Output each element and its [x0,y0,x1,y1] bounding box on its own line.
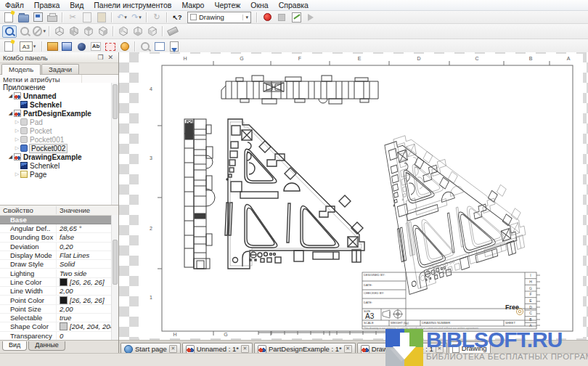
chevron-down-icon[interactable]: ▾ [33,44,36,49]
insert-view-button[interactable] [46,41,59,52]
fit-all-button[interactable] [2,25,17,38]
macro-debug-button[interactable] [304,12,317,23]
property-row[interactable]: Line Width2,00 [0,287,118,296]
expander-icon[interactable]: ◢ [7,110,14,116]
new-a3-page-button[interactable]: A3▾ [17,41,38,52]
top-view-button[interactable] [82,26,95,37]
menu-drawing[interactable]: Чертеж [209,1,245,9]
tree-item-application[interactable]: Приложение [0,83,118,92]
export-page-button[interactable] [168,41,181,52]
redo-dropdown-icon[interactable]: ▾ [139,15,142,20]
float-panel-icon[interactable]: ❐ [95,54,105,61]
tree-item-unnamed[interactable]: ◢Unnamed [0,92,118,100]
property-row[interactable]: Deviation0,20 [0,243,118,251]
tab-tasks[interactable]: Задачи [41,64,79,74]
axonometric-view-button[interactable] [53,26,66,37]
tab-view[interactable]: Вид [2,341,27,351]
property-row[interactable]: Bounding Boxfalse [0,233,118,242]
symbol-button[interactable] [118,41,131,52]
new-view-button[interactable] [60,41,73,52]
expander-icon[interactable]: ◢ [7,93,14,99]
expander-icon[interactable]: ▷ [14,145,20,151]
property-group-base[interactable]: Base [0,216,118,224]
a3-drawing-page[interactable]: H G F E D C B A H G 4 3 2 1 [139,54,583,338]
chevron-down-icon[interactable]: ▾ [43,28,46,34]
close-icon[interactable]: ✕ [169,345,177,353]
tree-item-partdesignexample[interactable]: ◢PartDesignExample [0,109,118,118]
tree-item-page[interactable]: ▷Page [0,170,118,179]
spreadsheet-view-button[interactable] [153,41,166,52]
paste-button[interactable] [95,12,108,23]
tree-item-schenkel[interactable]: Schenkel [0,100,118,109]
property-scrollbar[interactable] [111,215,118,341]
zoom-selection-button[interactable] [18,26,31,37]
draw-style-button[interactable]: ▾ [33,26,46,37]
property-row[interactable]: Angular Def..28,65 ° [0,224,118,233]
property-row[interactable]: Shape Color[204, 204, 204] [0,322,118,331]
tab-model[interactable]: Модель [1,64,41,75]
tree-item-pocket[interactable]: ▷Pocket [0,126,118,135]
redo-button[interactable]: ↷▾ [130,12,143,23]
undo-button[interactable]: ↶▾ [115,12,128,23]
property-row[interactable]: Transparency0 [0,332,118,341]
save-button[interactable] [31,12,44,23]
isometric-view-drawing[interactable] [383,110,520,296]
property-row[interactable]: Selectabletrue [0,314,118,322]
menu-toolbars[interactable]: Панели инструментов [89,1,176,9]
menu-edit[interactable]: Правка [29,1,65,9]
front-view-drawing[interactable] [225,119,364,269]
property-row[interactable]: LightingTwo side [0,269,118,277]
print-button[interactable] [46,12,59,23]
top-view-drawing[interactable] [221,76,378,104]
tree-item-schenkel-2[interactable]: Schenkel [0,161,118,170]
ortho-views-button[interactable] [75,41,88,52]
expander-icon[interactable]: ◢ [7,154,14,160]
menu-view[interactable]: Вид [65,1,89,9]
expander-icon[interactable]: ▷ [14,119,20,125]
tree-item-pad[interactable]: ▷Pad [0,118,118,126]
rear-view-button[interactable] [117,26,130,37]
macro-stop-button[interactable] [275,12,288,23]
property-row[interactable]: Draw StyleSolid [0,260,118,269]
expander-icon[interactable]: ▷ [14,137,20,142]
cut-button[interactable]: ✂ [66,12,79,23]
right-view-button[interactable] [97,26,110,37]
expander-icon[interactable]: ▷ [14,128,20,134]
workbench-selector[interactable]: Drawing ▾ [187,12,251,23]
whats-this-button[interactable]: ↖? [171,12,184,23]
new-file-button[interactable] [2,12,15,23]
undo-dropdown-icon[interactable]: ▾ [124,15,127,20]
copy-button[interactable] [81,12,94,23]
refresh-button[interactable]: ↻ [150,12,163,23]
tree-item-pocket002[interactable]: ▷Pocket002 [0,144,118,152]
macro-record-button[interactable] [261,12,274,23]
property-row[interactable]: Point Size2,00 [0,305,118,314]
combo-panel-titlebar[interactable]: Комбо панель ❐ ✕ [0,52,118,63]
annotation-button[interactable]: Ab [89,41,102,52]
bottom-view-button[interactable] [131,26,144,37]
tree-item-drawingexample[interactable]: ◢DrawingExample [0,152,118,161]
side-view-drawing[interactable] [184,119,215,269]
menu-file[interactable]: Файл [0,1,29,9]
menu-macro[interactable]: Макро [176,1,209,9]
left-view-button[interactable] [146,26,159,37]
new-page-button[interactable] [2,41,15,52]
measure-button[interactable] [166,26,179,37]
mdi-drawing-view[interactable]: H G F E D C B A H G 4 3 2 1 [119,52,588,340]
close-icon[interactable]: ✕ [241,345,249,353]
property-row[interactable]: Display ModeFlat Lines [0,251,118,260]
property-row[interactable]: Line Color[26, 26, 26] [0,278,118,287]
clip-button[interactable] [104,41,117,52]
draft-view-button[interactable] [139,41,152,52]
open-button[interactable] [17,12,30,23]
tab-data[interactable]: Данные [28,341,65,351]
macro-edit-button[interactable] [290,12,303,23]
menu-help[interactable]: Справка [274,1,314,9]
close-icon[interactable]: ✕ [344,345,352,353]
front-view-button[interactable] [68,26,81,37]
tree-scrollbar[interactable] [111,83,118,206]
property-row[interactable]: Point Color[26, 26, 26] [0,296,118,304]
expander-icon[interactable]: ▷ [14,171,20,177]
close-panel-icon[interactable]: ✕ [105,54,115,61]
tree-item-pocket001[interactable]: ▷Pocket001 [0,135,118,144]
